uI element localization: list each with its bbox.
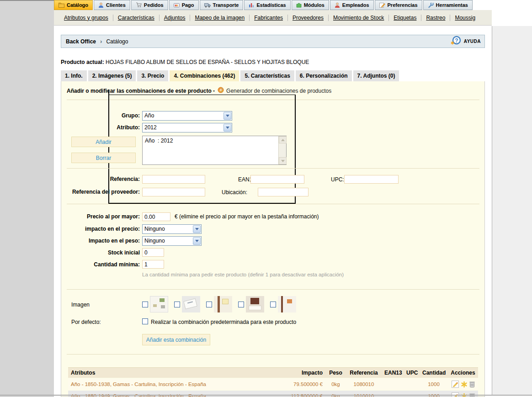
- atributo-select-value: 2012: [144, 124, 157, 131]
- help-button[interactable]: ? AYUDA: [450, 36, 481, 47]
- atributo-label: Atributo:: [117, 124, 140, 131]
- combination-listbox[interactable]: Año : 2012: [142, 136, 287, 165]
- atributo-select[interactable]: 2012: [142, 123, 232, 132]
- product-tab-caracteristicas[interactable]: 5. Características: [240, 70, 294, 81]
- image-checkbox[interactable]: [142, 302, 148, 307]
- tab-empleados[interactable]: Empleados: [330, 0, 374, 10]
- product-tab-info[interactable]: 1. Info.: [61, 70, 87, 81]
- precio-mayor-input[interactable]: [142, 212, 170, 221]
- subnav-link-caracteristicas[interactable]: Características: [113, 15, 160, 21]
- image-option: [142, 296, 168, 312]
- cell-atributos: Año - 1850-1938, Gamas - Cartulina, Insc…: [68, 378, 273, 390]
- breadcrumb-root[interactable]: Back Office: [66, 38, 96, 45]
- upc-label: UPC:: [331, 176, 344, 183]
- svg-text:?: ?: [455, 37, 458, 44]
- product-tab-imagenes[interactable]: 2. Imágenes (5): [88, 70, 136, 81]
- sub-navigation: Atributos y grupos Características Adjun…: [54, 10, 492, 26]
- border-artifact-top: [108, 95, 296, 95]
- image-checkbox[interactable]: [206, 302, 212, 307]
- default-combination-checkbox[interactable]: [142, 318, 148, 324]
- column-header-referencia: Referencia: [346, 368, 382, 379]
- help-icon: ?: [450, 36, 462, 47]
- column-header-cantidad: Cantidad: [420, 368, 448, 379]
- borrar-button[interactable]: Borrar: [71, 153, 136, 163]
- tab-label: Empleados: [342, 2, 369, 8]
- subnav-link-moussig[interactable]: Moussig: [450, 15, 480, 21]
- referencia-input[interactable]: [142, 175, 205, 184]
- tab-herramientas[interactable]: Herramientas: [423, 0, 473, 10]
- subnav-link-etiquetas[interactable]: Etiquetas: [389, 15, 421, 21]
- scroll-down-button[interactable]: [279, 157, 287, 164]
- tab-clientes[interactable]: Clientes: [94, 0, 130, 10]
- referencia-label: Referencia:: [110, 176, 140, 182]
- ean13-input[interactable]: [250, 175, 304, 184]
- image-checkbox[interactable]: [238, 302, 244, 307]
- grupo-select[interactable]: Año: [142, 111, 232, 121]
- image-checkbox[interactable]: [270, 302, 276, 307]
- anadir-button[interactable]: Añadir: [71, 137, 136, 147]
- submit-combination-button[interactable]: Añadir esta combinación: [142, 334, 210, 345]
- scrollbar: [278, 136, 286, 164]
- pencil-note-icon: [379, 2, 385, 8]
- cantidad-minima-input[interactable]: [142, 260, 164, 269]
- column-header-atributos: Atributos: [68, 368, 273, 379]
- image-option: [206, 296, 232, 312]
- generator-link[interactable]: Generador de combinaciones de productos: [218, 87, 331, 95]
- default-star-icon[interactable]: [461, 381, 468, 388]
- subnav-link-atributos-y-grupos[interactable]: Atributos y grupos: [59, 15, 113, 21]
- impacto-peso-label: Impacto en el peso:: [89, 238, 140, 244]
- help-label: AYUDA: [464, 39, 481, 44]
- chevron-down-icon: [223, 112, 231, 120]
- impacto-peso-select[interactable]: Ninguno: [142, 236, 202, 246]
- edit-icon[interactable]: [452, 381, 459, 388]
- precio-mayor-hint: € (elimine el precio al por mayor en la …: [175, 213, 319, 220]
- product-tab-adjuntos[interactable]: 7. Adjuntos (0): [353, 70, 399, 81]
- subnav-link-mapeo-de-la-imagen[interactable]: Mapeo de la imagen: [190, 15, 250, 21]
- tab-pedidos[interactable]: Pedidos: [131, 0, 168, 10]
- current-product-name: HOJAS FILABO ALBUM DE SELLOS DE ESPAÑA -…: [106, 59, 309, 65]
- product-tab-precio[interactable]: 3. Precio: [137, 70, 168, 81]
- image-option: [270, 296, 296, 312]
- tab-estadisticas[interactable]: Estadísticas: [244, 0, 290, 10]
- ubicacion-input[interactable]: [258, 188, 309, 196]
- folder-icon: [59, 2, 64, 8]
- impacto-peso-value: Ninguno: [144, 238, 165, 244]
- section-divider: [67, 354, 479, 355]
- cell-ean13: [382, 390, 404, 397]
- tab-modulos[interactable]: Módulos: [292, 0, 329, 10]
- combination-listbox-value: Año : 2012: [145, 138, 173, 144]
- cell-upc: [404, 378, 420, 390]
- tab-transporte[interactable]: Transporte: [200, 0, 244, 10]
- tab-label: Pago: [182, 2, 194, 8]
- tab-pago[interactable]: Pago: [169, 0, 199, 10]
- image-checkbox[interactable]: [174, 302, 180, 307]
- bar-chart-icon: [249, 2, 254, 8]
- cart-icon: [136, 2, 142, 8]
- subnav-link-fabricantes[interactable]: Fabricantes: [250, 15, 288, 21]
- scroll-up-button[interactable]: [279, 136, 287, 143]
- combinations-table: Atributos Impacto Peso Referencia EAN13 …: [68, 367, 478, 397]
- stock-inicial-input[interactable]: [142, 248, 164, 257]
- default-combination-text: Realizar la combinación predeterminada p…: [151, 319, 296, 325]
- tab-preferencias[interactable]: Preferencias: [375, 0, 422, 10]
- upc-input[interactable]: [344, 175, 399, 184]
- subnav-link-proveedores[interactable]: Proveedores: [288, 15, 329, 21]
- backoffice-page: Catálogo Clientes Pedidos Pago Transport…: [0, 0, 532, 397]
- imagen-label: Imagen: [71, 302, 90, 308]
- subnav-link-adjuntos[interactable]: Adjuntos: [160, 15, 191, 21]
- ubicacion-label: Ubicación:: [222, 189, 247, 196]
- product-tab-personalizacion[interactable]: 6. Personalización: [296, 70, 352, 81]
- ref-proveedor-input[interactable]: [142, 188, 205, 196]
- subnav-link-movimiento-de-stock[interactable]: Movimiento de Stock: [329, 15, 389, 21]
- truck-icon: [204, 3, 211, 8]
- impacto-precio-select[interactable]: Ninguno: [142, 224, 202, 234]
- product-tab-combinaciones[interactable]: 4. Combinaciones (462): [170, 70, 239, 81]
- product-thumbnail: [150, 296, 168, 312]
- tab-catalogo[interactable]: Catálogo: [54, 0, 93, 10]
- subnav-link-rastreo[interactable]: Rastreo: [421, 15, 450, 21]
- wrench-icon: [428, 2, 434, 8]
- tab-label: Preferencias: [388, 2, 418, 8]
- delete-icon[interactable]: [469, 381, 475, 388]
- cell-upc: [404, 390, 420, 397]
- product-tabs: 1. Info. 2. Imágenes (5) 3. Precio 4. Co…: [61, 70, 399, 81]
